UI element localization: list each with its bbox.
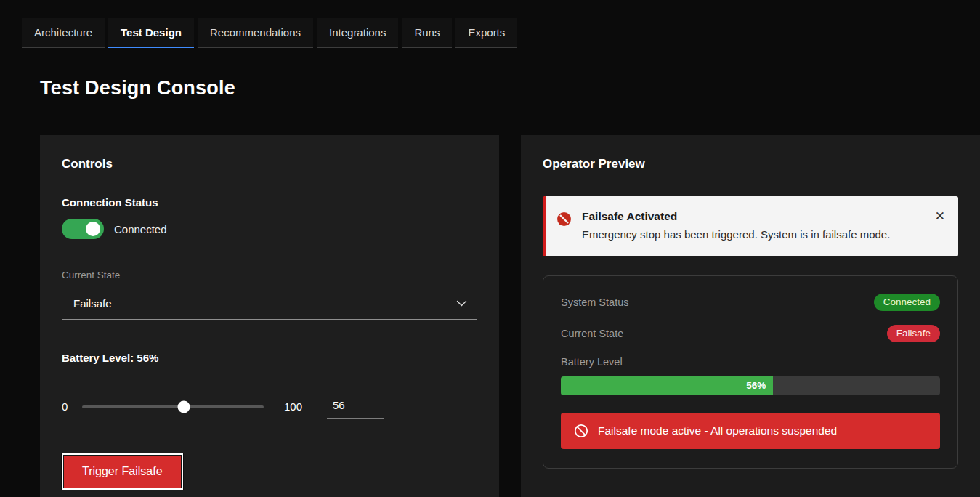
alert-body: Failsafe Activated Emergency stop has be… (582, 210, 890, 243)
alert-title: Failsafe Activated (582, 210, 890, 223)
connection-toggle-row: Connected (62, 219, 477, 239)
blocked-circle-icon (556, 211, 572, 243)
connection-status-label: Connection Status (62, 196, 477, 209)
prohibition-icon (574, 424, 588, 438)
battery-level-label: Battery Level: 56% (62, 352, 477, 364)
alert-message: Emergency stop has been triggered. Syste… (582, 227, 890, 243)
slider-min-label: 0 (62, 400, 82, 413)
battery-slider-row: 0 100 (62, 395, 477, 419)
system-status-badge: Connected (874, 294, 940, 311)
current-state-badge: Failsafe (887, 325, 940, 342)
tab-exports[interactable]: Exports (455, 18, 517, 48)
tab-recommendations[interactable]: Recommendations (198, 18, 313, 48)
main-panels: Controls Connection Status Connected Cur… (40, 135, 980, 497)
controls-heading: Controls (62, 157, 477, 171)
battery-progress-fill: 56% (561, 376, 773, 395)
connection-toggle[interactable] (62, 219, 104, 239)
trigger-failsafe-button[interactable]: Trigger Failsafe (62, 453, 183, 490)
system-status-row: System Status Connected (561, 294, 940, 311)
toggle-knob (86, 222, 100, 236)
failsafe-banner: Failsafe mode active - All operations su… (561, 413, 940, 449)
tab-architecture[interactable]: Architecture (22, 18, 105, 48)
page-title: Test Design Console (40, 77, 980, 100)
toggle-state-label: Connected (114, 223, 167, 235)
battery-level-status-label: Battery Level (561, 356, 940, 368)
operator-preview-panel: Operator Preview Failsafe Activated Emer… (521, 135, 980, 497)
tab-integrations[interactable]: Integrations (317, 18, 398, 48)
current-state-status-label: Current State (561, 328, 623, 339)
tab-test-design[interactable]: Test Design (108, 18, 194, 48)
current-state-value: Failsafe (73, 297, 112, 310)
status-card: System Status Connected Current State Fa… (543, 275, 958, 469)
tab-bar: Architecture Test Design Recommendations… (0, 0, 980, 48)
slider-thumb[interactable] (178, 400, 190, 413)
battery-progress-bar: 56% (561, 376, 940, 395)
controls-panel: Controls Connection Status Connected Cur… (40, 135, 499, 497)
operator-preview-heading: Operator Preview (543, 157, 958, 171)
chevron-down-icon (456, 300, 467, 307)
banner-text: Failsafe mode active - All operations su… (598, 424, 837, 437)
current-state-select[interactable]: Failsafe (62, 291, 477, 320)
tab-runs[interactable]: Runs (402, 18, 452, 48)
battery-value-input[interactable] (327, 395, 384, 419)
alert-close-icon[interactable]: ✕ (935, 210, 945, 222)
current-state-label: Current State (62, 270, 477, 280)
system-status-label: System Status (561, 296, 628, 308)
battery-slider[interactable] (82, 405, 264, 408)
current-state-row: Current State Failsafe (561, 325, 940, 342)
failsafe-alert: Failsafe Activated Emergency stop has be… (543, 196, 958, 256)
slider-max-label: 100 (284, 400, 302, 413)
